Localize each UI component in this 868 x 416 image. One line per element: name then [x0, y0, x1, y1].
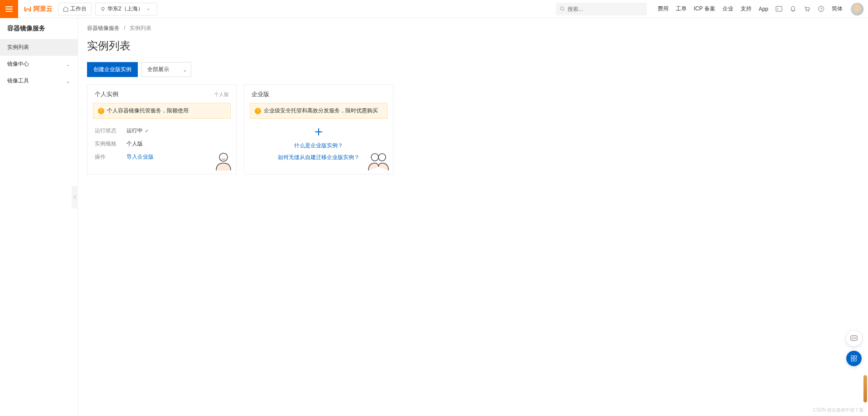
people-icon	[367, 151, 390, 171]
apps-icon	[850, 355, 858, 362]
sidebar-title: 容器镜像服务	[0, 18, 78, 39]
svg-point-3	[806, 10, 807, 11]
breadcrumb-root[interactable]: 容器镜像服务	[87, 25, 120, 31]
create-enterprise-button[interactable]: 创建企业版实例	[87, 62, 138, 77]
link-ticket[interactable]: 工单	[672, 5, 690, 13]
sidebar-item-label: 镜像中心	[7, 60, 29, 68]
sidebar-collapse[interactable]	[72, 186, 78, 208]
enterprise-migrate-link[interactable]: 如何无缝从自建迁移企业版实例？	[278, 153, 359, 163]
sidebar-item-image-tools[interactable]: 镜像工具 ⌄	[0, 73, 78, 89]
region-selector[interactable]: 华东2（上海）	[95, 3, 157, 15]
warning-icon: !	[98, 108, 104, 114]
add-enterprise-instance[interactable]	[315, 128, 323, 138]
menu-toggle[interactable]	[0, 0, 18, 18]
svg-point-4	[808, 10, 809, 11]
apps-button[interactable]	[846, 351, 862, 366]
link-lang[interactable]: 简体	[828, 5, 846, 13]
sidebar-item-label: 实例列表	[7, 44, 29, 51]
hamburger-icon	[5, 5, 13, 13]
workbench-button[interactable]: 工作台	[58, 3, 92, 15]
sidebar-item-label: 镜像工具	[7, 77, 29, 85]
personal-instance-card: 个人实例 个人版 ! 个人容器镜像托管服务，限额使用 运行状态 运行中 ✓	[87, 84, 237, 174]
notification-icon[interactable]	[786, 5, 800, 12]
svg-rect-15	[854, 356, 857, 358]
watermark: CSDN @在森林中搜了鹿	[813, 407, 863, 413]
chevron-down-icon	[146, 7, 150, 11]
breadcrumb: 容器镜像服务 / 实例列表	[87, 18, 859, 39]
svg-point-7	[219, 153, 228, 161]
page-title: 实例列表	[87, 39, 859, 53]
action-row: 创建企业版实例 全部展示 ⌄	[87, 62, 859, 77]
cloudshell-icon[interactable]	[772, 5, 786, 12]
location-icon	[100, 6, 106, 12]
enterprise-banner: ! 企业级安全托管和高效分发服务，限时优惠购买	[250, 103, 388, 119]
chevron-down-icon: ⌄	[183, 67, 187, 73]
check-icon: ✓	[145, 128, 149, 134]
spec-value: 个人版	[126, 140, 143, 148]
chevron-left-icon	[73, 195, 77, 199]
enterprise-what-link[interactable]: 什么是企业版实例？	[294, 141, 343, 151]
chevron-down-icon: ⌄	[66, 78, 70, 84]
svg-point-0	[102, 7, 104, 10]
link-fee[interactable]: 费用	[654, 5, 672, 13]
search-icon	[560, 6, 565, 12]
import-enterprise-link[interactable]: 导入企业版	[126, 153, 154, 161]
card-title: 企业版	[252, 90, 269, 98]
help-icon[interactable]: ?	[814, 5, 828, 12]
spec-label: 实例规格	[95, 140, 126, 148]
chevron-down-icon: ⌄	[66, 61, 70, 68]
svg-rect-14	[851, 356, 853, 358]
svg-point-13	[855, 338, 856, 339]
banner-text: 个人容器镜像托管服务，限额使用	[107, 107, 189, 115]
search-box[interactable]	[556, 3, 647, 15]
personal-banner: ! 个人容器镜像托管服务，限额使用	[93, 103, 231, 119]
banner-text: 企业级安全托管和高效分发服务，限时优惠购买	[264, 107, 378, 115]
svg-point-11	[852, 338, 853, 339]
sidebar: 容器镜像服务 实例列表 镜像中心 ⌄ 镜像工具 ⌄	[0, 18, 78, 416]
svg-rect-2	[776, 6, 782, 11]
chat-button[interactable]	[846, 331, 862, 346]
svg-point-9	[378, 154, 386, 161]
aliyun-logo-icon	[24, 5, 32, 13]
sidebar-item-image-center[interactable]: 镜像中心 ⌄	[0, 56, 78, 73]
svg-point-8	[371, 154, 378, 161]
svg-text:?: ?	[820, 7, 822, 11]
status-value: 运行中 ✓	[126, 127, 149, 135]
enterprise-card: 企业版 ! 企业级安全托管和高效分发服务，限时优惠购买 什么是企业版实例？ 如何…	[244, 84, 393, 174]
logo[interactable]: 阿里云	[24, 5, 53, 13]
avatar[interactable]	[851, 3, 863, 15]
home-icon	[63, 6, 68, 12]
scroll-indicator	[863, 375, 867, 402]
floating-buttons	[846, 331, 862, 366]
chat-icon	[850, 335, 858, 342]
breadcrumb-separator: /	[124, 25, 125, 31]
svg-rect-16	[851, 359, 853, 361]
card-title: 个人实例	[95, 90, 118, 98]
instance-cards: 个人实例 个人版 ! 个人容器镜像托管服务，限额使用 运行状态 运行中 ✓	[87, 84, 859, 174]
cart-icon[interactable]	[800, 5, 814, 12]
action-label: 操作	[95, 153, 126, 161]
link-enterprise[interactable]: 企业	[719, 5, 737, 13]
main-content: 容器镜像服务 / 实例列表 实例列表 创建企业版实例 全部展示 ⌄ 个人实例 个…	[78, 18, 868, 416]
filter-select[interactable]: 全部展示 ⌄	[141, 62, 191, 77]
svg-point-1	[560, 7, 563, 10]
filter-value: 全部展示	[147, 66, 169, 73]
sidebar-item-instances[interactable]: 实例列表	[0, 39, 78, 56]
link-app[interactable]: App	[755, 6, 772, 12]
top-header: 阿里云 工作台 华东2（上海） 费用 工单 ICP 备案 企业 支持 App ?…	[0, 0, 868, 18]
status-label: 运行状态	[95, 127, 126, 135]
svg-point-17	[854, 359, 857, 361]
card-tag: 个人版	[214, 91, 229, 98]
workbench-label: 工作台	[70, 5, 87, 13]
breadcrumb-current: 实例列表	[130, 25, 151, 31]
person-icon	[213, 151, 233, 171]
link-icp[interactable]: ICP 备案	[690, 5, 719, 13]
link-support[interactable]: 支持	[737, 5, 755, 13]
svg-point-12	[853, 338, 854, 339]
plus-icon	[315, 128, 323, 136]
search-input[interactable]	[567, 6, 643, 12]
warning-icon: !	[255, 108, 261, 114]
region-label: 华东2（上海）	[107, 5, 143, 13]
logo-text: 阿里云	[34, 5, 53, 13]
